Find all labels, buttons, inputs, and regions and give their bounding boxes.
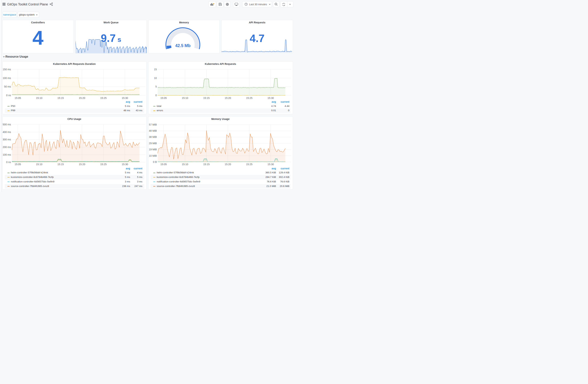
svg-text:5: 5	[155, 85, 157, 88]
svg-text:100 ms: 100 ms	[2, 153, 11, 156]
svg-text:300 ms: 300 ms	[2, 138, 11, 141]
svg-text:57 MiB: 57 MiB	[149, 123, 157, 126]
svg-text:500 ms: 500 ms	[2, 123, 11, 126]
svg-text:0: 0	[155, 94, 157, 97]
svg-text:15:25: 15:25	[246, 96, 252, 99]
svg-text:15:15: 15:15	[57, 163, 63, 166]
svg-text:15:10: 15:10	[182, 96, 188, 99]
svg-text:15:20: 15:20	[225, 96, 231, 99]
svg-text:15:10: 15:10	[36, 96, 42, 99]
svg-text:0 ns: 0 ns	[6, 94, 11, 97]
svg-text:50 ms: 50 ms	[4, 85, 11, 88]
svg-text:38 MiB: 38 MiB	[149, 135, 157, 138]
svg-text:15:20: 15:20	[79, 163, 85, 166]
svg-text:15: 15	[154, 68, 157, 71]
svg-text:15:05: 15:05	[15, 96, 21, 99]
svg-text:15:15: 15:15	[57, 96, 63, 99]
svg-text:200 ms: 200 ms	[2, 146, 11, 148]
svg-text:15:30: 15:30	[267, 96, 274, 99]
svg-text:15:15: 15:15	[203, 163, 210, 166]
svg-text:100 ms: 100 ms	[2, 76, 11, 79]
svg-text:15:05: 15:05	[15, 163, 21, 166]
svg-text:0 B: 0 B	[153, 160, 157, 163]
svg-text:15:25: 15:25	[100, 163, 106, 166]
svg-text:15:25: 15:25	[246, 163, 252, 166]
svg-text:19 MiB: 19 MiB	[149, 148, 157, 151]
svg-text:15:30: 15:30	[267, 163, 274, 166]
svg-text:29 MiB: 29 MiB	[149, 142, 157, 145]
svg-text:48 MiB: 48 MiB	[149, 129, 157, 132]
svg-text:15:05: 15:05	[160, 96, 167, 99]
svg-text:15:20: 15:20	[225, 163, 231, 166]
svg-text:10 MiB: 10 MiB	[149, 154, 157, 157]
svg-text:150 ms: 150 ms	[2, 68, 11, 71]
svg-text:15:30: 15:30	[122, 96, 128, 99]
svg-text:10: 10	[154, 76, 157, 79]
svg-text:15:25: 15:25	[100, 96, 106, 99]
svg-text:400 ms: 400 ms	[2, 130, 11, 133]
svg-text:15:15: 15:15	[203, 96, 210, 99]
svg-text:15:10: 15:10	[36, 163, 42, 166]
svg-text:15:30: 15:30	[122, 163, 128, 166]
svg-text:15:05: 15:05	[160, 163, 167, 166]
svg-text:15:10: 15:10	[182, 163, 188, 166]
svg-text:0 ns: 0 ns	[6, 161, 11, 164]
svg-text:15:20: 15:20	[79, 96, 85, 99]
